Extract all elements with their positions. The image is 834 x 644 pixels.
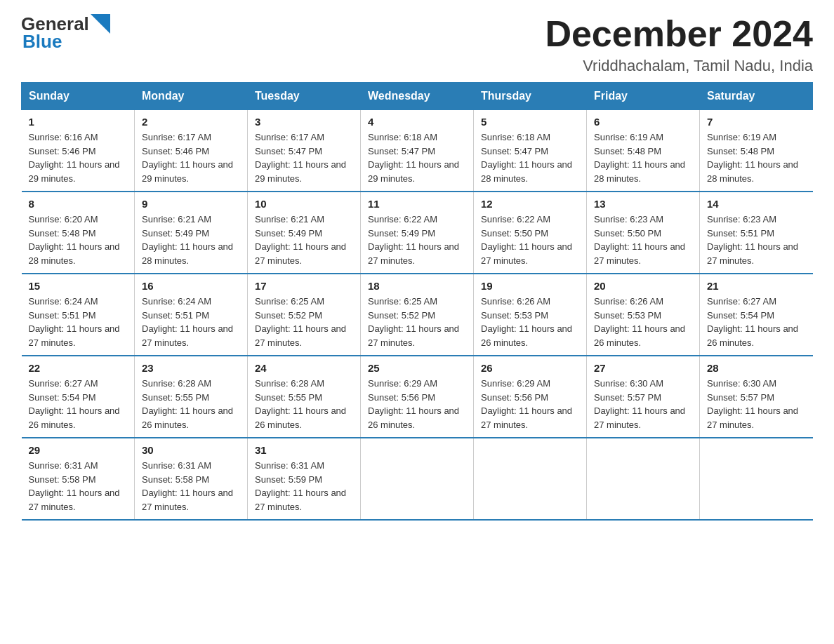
weekday-header-friday: Friday (587, 83, 700, 110)
calendar-cell: 13 Sunrise: 6:23 AMSunset: 5:50 PMDaylig… (587, 192, 700, 274)
day-number: 5 (481, 116, 579, 128)
weekday-header-saturday: Saturday (700, 83, 813, 110)
day-info: Sunrise: 6:25 AMSunset: 5:52 PMDaylight:… (368, 295, 466, 349)
calendar-cell: 21 Sunrise: 6:27 AMSunset: 5:54 PMDaylig… (700, 274, 813, 356)
calendar-cell: 31 Sunrise: 6:31 AMSunset: 5:59 PMDaylig… (248, 438, 361, 520)
calendar-title: December 2024 (545, 14, 813, 54)
day-info: Sunrise: 6:29 AMSunset: 5:56 PMDaylight:… (481, 377, 579, 431)
day-number: 3 (255, 116, 353, 128)
day-number: 30 (142, 444, 240, 456)
calendar-week-row: 1 Sunrise: 6:16 AMSunset: 5:46 PMDayligh… (22, 110, 813, 192)
calendar-cell: 17 Sunrise: 6:25 AMSunset: 5:52 PMDaylig… (248, 274, 361, 356)
title-block: December 2024 Vriddhachalam, Tamil Nadu,… (545, 14, 813, 75)
page-header: General Blue December 2024 Vriddhachalam… (21, 14, 813, 75)
calendar-cell: 22 Sunrise: 6:27 AMSunset: 5:54 PMDaylig… (22, 356, 135, 438)
day-number: 4 (368, 116, 466, 128)
day-info: Sunrise: 6:31 AMSunset: 5:59 PMDaylight:… (255, 459, 353, 514)
calendar-week-row: 8 Sunrise: 6:20 AMSunset: 5:48 PMDayligh… (22, 192, 813, 274)
day-number: 12 (481, 198, 579, 210)
day-info: Sunrise: 6:23 AMSunset: 5:51 PMDaylight:… (707, 213, 806, 267)
day-number: 16 (142, 280, 240, 292)
day-info: Sunrise: 6:28 AMSunset: 5:55 PMDaylight:… (255, 377, 353, 431)
calendar-cell: 25 Sunrise: 6:29 AMSunset: 5:56 PMDaylig… (361, 356, 474, 438)
calendar-cell: 20 Sunrise: 6:26 AMSunset: 5:53 PMDaylig… (587, 274, 700, 356)
weekday-header-sunday: Sunday (22, 83, 135, 110)
calendar-cell: 19 Sunrise: 6:26 AMSunset: 5:53 PMDaylig… (474, 274, 587, 356)
calendar-cell: 15 Sunrise: 6:24 AMSunset: 5:51 PMDaylig… (22, 274, 135, 356)
calendar-cell: 9 Sunrise: 6:21 AMSunset: 5:49 PMDayligh… (135, 192, 248, 274)
calendar-header-row: SundayMondayTuesdayWednesdayThursdayFrid… (22, 83, 813, 110)
calendar-cell (700, 438, 813, 520)
calendar-cell: 6 Sunrise: 6:19 AMSunset: 5:48 PMDayligh… (587, 110, 700, 192)
day-number: 19 (481, 280, 579, 292)
day-info: Sunrise: 6:21 AMSunset: 5:49 PMDaylight:… (255, 213, 353, 267)
day-info: Sunrise: 6:30 AMSunset: 5:57 PMDaylight:… (707, 377, 806, 431)
calendar-cell: 5 Sunrise: 6:18 AMSunset: 5:47 PMDayligh… (474, 110, 587, 192)
day-info: Sunrise: 6:18 AMSunset: 5:47 PMDaylight:… (481, 130, 579, 185)
day-info: Sunrise: 6:26 AMSunset: 5:53 PMDaylight:… (594, 295, 692, 349)
day-number: 20 (594, 280, 692, 292)
day-info: Sunrise: 6:29 AMSunset: 5:56 PMDaylight:… (368, 377, 466, 431)
day-info: Sunrise: 6:19 AMSunset: 5:48 PMDaylight:… (594, 130, 692, 185)
calendar-week-row: 15 Sunrise: 6:24 AMSunset: 5:51 PMDaylig… (22, 274, 813, 356)
day-info: Sunrise: 6:25 AMSunset: 5:52 PMDaylight:… (255, 295, 353, 349)
calendar-subtitle: Vriddhachalam, Tamil Nadu, India (545, 57, 813, 75)
day-number: 11 (368, 198, 466, 210)
calendar-cell: 14 Sunrise: 6:23 AMSunset: 5:51 PMDaylig… (700, 192, 813, 274)
day-info: Sunrise: 6:16 AMSunset: 5:46 PMDaylight:… (29, 130, 128, 185)
calendar-cell: 26 Sunrise: 6:29 AMSunset: 5:56 PMDaylig… (474, 356, 587, 438)
calendar-cell: 3 Sunrise: 6:17 AMSunset: 5:47 PMDayligh… (248, 110, 361, 192)
day-number: 1 (29, 116, 128, 128)
day-info: Sunrise: 6:22 AMSunset: 5:50 PMDaylight:… (481, 213, 579, 267)
day-number: 28 (707, 362, 806, 374)
calendar-cell: 1 Sunrise: 6:16 AMSunset: 5:46 PMDayligh… (22, 110, 135, 192)
calendar-cell: 30 Sunrise: 6:31 AMSunset: 5:58 PMDaylig… (135, 438, 248, 520)
day-info: Sunrise: 6:31 AMSunset: 5:58 PMDaylight:… (142, 459, 240, 514)
day-number: 17 (255, 280, 353, 292)
calendar-cell: 11 Sunrise: 6:22 AMSunset: 5:49 PMDaylig… (361, 192, 474, 274)
calendar-cell (361, 438, 474, 520)
day-info: Sunrise: 6:31 AMSunset: 5:58 PMDaylight:… (29, 459, 128, 514)
weekday-header-tuesday: Tuesday (248, 83, 361, 110)
day-info: Sunrise: 6:23 AMSunset: 5:50 PMDaylight:… (594, 213, 692, 267)
calendar-cell: 23 Sunrise: 6:28 AMSunset: 5:55 PMDaylig… (135, 356, 248, 438)
weekday-header-monday: Monday (135, 83, 248, 110)
day-number: 10 (255, 198, 353, 210)
calendar-cell: 4 Sunrise: 6:18 AMSunset: 5:47 PMDayligh… (361, 110, 474, 192)
day-info: Sunrise: 6:19 AMSunset: 5:48 PMDaylight:… (707, 130, 806, 185)
weekday-header-thursday: Thursday (474, 83, 587, 110)
calendar-cell: 29 Sunrise: 6:31 AMSunset: 5:58 PMDaylig… (22, 438, 135, 520)
day-number: 9 (142, 198, 240, 210)
day-info: Sunrise: 6:24 AMSunset: 5:51 PMDaylight:… (142, 295, 240, 349)
day-info: Sunrise: 6:22 AMSunset: 5:49 PMDaylight:… (368, 213, 466, 267)
day-number: 13 (594, 198, 692, 210)
day-number: 26 (481, 362, 579, 374)
day-info: Sunrise: 6:27 AMSunset: 5:54 PMDaylight:… (29, 377, 128, 431)
day-number: 6 (594, 116, 692, 128)
day-number: 18 (368, 280, 466, 292)
calendar-table: SundayMondayTuesdayWednesdayThursdayFrid… (21, 82, 813, 521)
day-number: 29 (29, 444, 128, 456)
day-number: 15 (29, 280, 128, 292)
day-info: Sunrise: 6:21 AMSunset: 5:49 PMDaylight:… (142, 213, 240, 267)
calendar-week-row: 29 Sunrise: 6:31 AMSunset: 5:58 PMDaylig… (22, 438, 813, 520)
day-number: 25 (368, 362, 466, 374)
logo: General Blue (21, 14, 110, 51)
day-info: Sunrise: 6:28 AMSunset: 5:55 PMDaylight:… (142, 377, 240, 431)
calendar-week-row: 22 Sunrise: 6:27 AMSunset: 5:54 PMDaylig… (22, 356, 813, 438)
day-info: Sunrise: 6:26 AMSunset: 5:53 PMDaylight:… (481, 295, 579, 349)
day-info: Sunrise: 6:27 AMSunset: 5:54 PMDaylight:… (707, 295, 806, 349)
day-number: 24 (255, 362, 353, 374)
day-number: 2 (142, 116, 240, 128)
calendar-cell: 12 Sunrise: 6:22 AMSunset: 5:50 PMDaylig… (474, 192, 587, 274)
day-number: 21 (707, 280, 806, 292)
day-number: 27 (594, 362, 692, 374)
calendar-cell: 2 Sunrise: 6:17 AMSunset: 5:46 PMDayligh… (135, 110, 248, 192)
day-number: 22 (29, 362, 128, 374)
calendar-cell: 27 Sunrise: 6:30 AMSunset: 5:57 PMDaylig… (587, 356, 700, 438)
day-info: Sunrise: 6:17 AMSunset: 5:47 PMDaylight:… (255, 130, 353, 185)
logo-text-blue: Blue (22, 32, 110, 52)
weekday-header-wednesday: Wednesday (361, 83, 474, 110)
calendar-cell: 10 Sunrise: 6:21 AMSunset: 5:49 PMDaylig… (248, 192, 361, 274)
day-number: 8 (29, 198, 128, 210)
